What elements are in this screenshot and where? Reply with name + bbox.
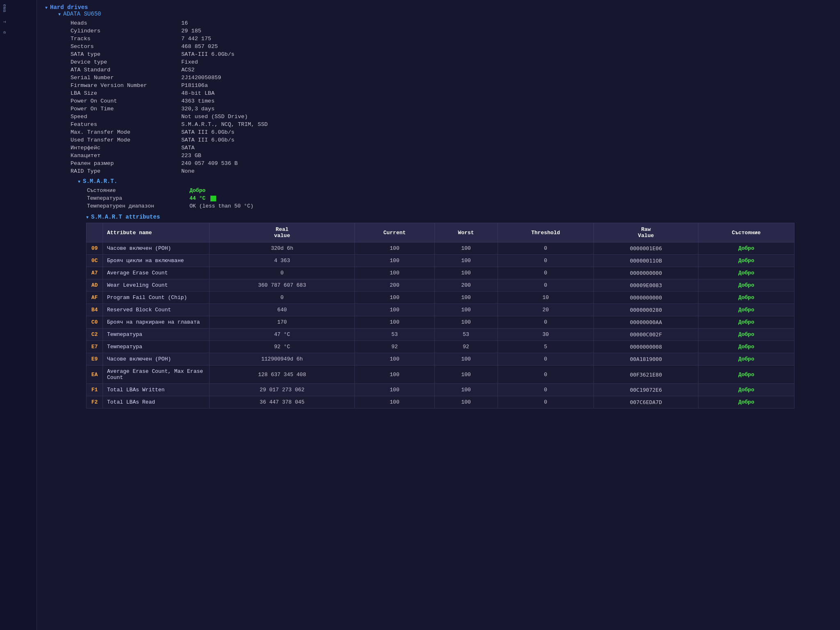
attr-threshold: 0 [498,267,593,279]
property-value: SATA [178,144,692,151]
col-header-id [87,223,103,242]
attr-name: Average Erase Count, Max Erase Count [103,365,210,384]
attr-current: 100 [355,316,434,329]
attr-threshold: 0 [498,255,593,267]
property-label: Sectors [71,43,177,50]
attr-worst: 92 [434,341,498,353]
property-label: ATA Standard [71,66,177,73]
property-label: Cylinders [71,27,177,34]
attr-current: 100 [355,384,434,396]
col-header-real-value: Realvalue [210,223,355,242]
property-row: Капацитет 223 GB [71,152,692,159]
property-value: 48-bit LBA [178,90,692,97]
property-value: 468 857 025 [178,43,692,50]
smart-temp-text: 44 °C [189,195,205,201]
smart-header[interactable]: S.M.A.R.T. [78,178,832,185]
property-label: Serial Number [71,74,177,81]
hard-drives-label[interactable]: Hard drives [45,4,832,11]
attr-id: EA [87,365,103,384]
property-label: Features [71,121,177,128]
property-value: 240 057 409 536 B [178,160,692,167]
attr-status: Добро [698,267,794,279]
attr-raw-value: 00A1819000 [593,353,698,365]
property-value: S.M.A.R.T., NCQ, TRIM, SSD [178,121,692,128]
smart-props: Състояние Добро Температура 44 °C [86,186,832,210]
col-header-current: Current [355,223,434,242]
property-row: Serial Number 2J1420050859 [71,74,692,81]
property-label: Device type [71,59,177,66]
attr-status: Добро [698,329,794,341]
attr-table-wrapper: Attribute name Realvalue Current Worst T… [86,223,832,409]
attr-current: 100 [355,396,434,409]
attr-id: E7 [87,341,103,353]
attr-status: Добро [698,279,794,292]
attr-current: 100 [355,267,434,279]
attr-raw-value: 0000000000 [593,267,698,279]
attr-table-row: AD Wear Leveling Count 360 787 607 683 2… [87,279,794,292]
attr-worst: 100 [434,365,498,384]
property-label: LBA Size [71,90,177,97]
main-content: Hard drives ADATA SU650 Heads 16 Cylinde… [37,0,840,630]
attr-name: Program Fail Count (Chip) [103,292,210,304]
attr-table-row: F2 Total LBAs Read 36 447 378 045 100 10… [87,396,794,409]
smart-temp-range-value: OK (less than 50 °C) [186,203,257,210]
attr-real-value: 29 017 273 062 [210,384,355,396]
attr-status: Добро [698,341,794,353]
attr-raw-value: 00000C002F [593,329,698,341]
property-row: Интерфейс SATA [71,144,692,151]
attr-real-value: 360 787 607 683 [210,279,355,292]
smart-attr-section-header[interactable]: S.M.A.R.T attributes [86,214,832,220]
col-header-worst: Worst [434,223,498,242]
property-row: Speed Not used (SSD Drive) [71,113,692,120]
attr-raw-value: 00009E0083 [593,279,698,292]
attr-real-value: 320d 6h [210,242,355,255]
attr-id: C0 [87,316,103,329]
attr-name: Брояч цикли на включване [103,255,210,267]
property-value: Not used (SSD Drive) [178,113,692,120]
attr-current: 100 [355,304,434,316]
property-row: Реален размер 240 057 409 536 B [71,160,692,167]
attr-real-value: 0 [210,267,355,279]
attr-threshold: 0 [498,384,593,396]
col-header-name: Attribute name [103,223,210,242]
smart-temp-range-row: Температурен диапазон OK (less than 50 °… [87,203,257,210]
attr-table-row: EA Average Erase Count, Max Erase Count … [87,365,794,384]
property-label: Power On Time [71,105,177,112]
attr-table-row: AF Program Fail Count (Chip) 0 100 100 1… [87,292,794,304]
attr-worst: 53 [434,329,498,341]
attr-current: 100 [355,292,434,304]
attr-worst: 100 [434,396,498,409]
attr-worst: 100 [434,255,498,267]
attr-status: Добро [698,365,794,384]
attr-id: E9 [87,353,103,365]
col-header-raw: RawValue [593,223,698,242]
attr-status: Добро [698,255,794,267]
attr-threshold: 0 [498,316,593,329]
attr-raw-value: 0000000280 [593,304,698,316]
col-header-status: Състояние [698,223,794,242]
property-label: Реален размер [71,160,177,167]
attr-table-row: C2 Температура 47 °C 53 53 30 00000C002F… [87,329,794,341]
property-value: 7 442 175 [178,35,692,42]
property-value: Fixed [178,59,692,66]
col-header-threshold: Threshold [498,223,593,242]
property-label: Интерфейс [71,144,177,151]
device-label[interactable]: ADATA SU650 [53,11,832,17]
property-row: Tracks 7 442 175 [71,35,692,42]
attr-id: 09 [87,242,103,255]
attr-raw-value: 0000001E06 [593,242,698,255]
attr-name: Температура [103,341,210,353]
tree-section: Hard drives ADATA SU650 Heads 16 Cylinde… [45,4,832,409]
sidebar-text-3: е [0,27,9,38]
property-row: Cylinders 29 185 [71,27,692,34]
smart-status-label: Състояние [87,187,185,194]
property-row: Used Transfer Mode SATA III 6.0Gb/s [71,137,692,144]
smart-temp-range-label: Температурен диапазон [87,203,185,210]
property-label: RAID Type [71,168,177,175]
property-row: LBA Size 48-bit LBA [71,90,692,97]
property-row: RAID Type None [71,168,692,175]
property-value: SATA-III 6.0Gb/s [178,51,692,58]
property-label: Power On Count [71,98,177,105]
sidebar-text-1: ема [0,0,9,16]
attr-worst: 100 [434,316,498,329]
